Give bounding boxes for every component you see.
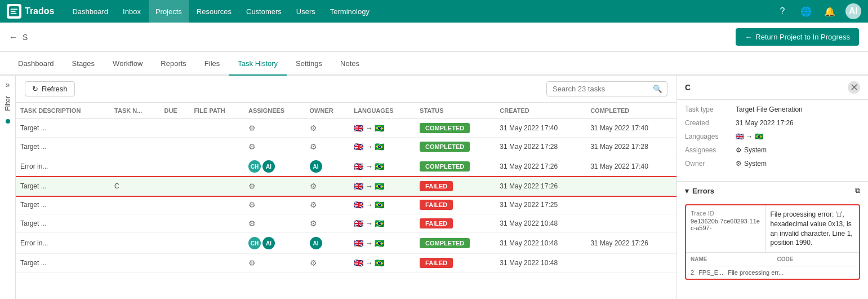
cell-assignees: ⚙ [244,214,305,233]
status-badge: COMPLETED [420,161,470,172]
error-row2-name: FPS_E... [698,269,723,276]
owner-gear[interactable]: ⚙ [310,182,317,191]
owner-gear[interactable]: ⚙ [310,200,317,209]
flag-pair: 🇬🇧→🇧🇷 [354,142,411,151]
tab-stages[interactable]: Stages [63,52,104,76]
cell-completed [586,214,676,233]
table-row[interactable]: Target ...⚙⚙🇬🇧→🇧🇷FAILED31 May 2022 17:25 [16,196,676,214]
assignee-gear[interactable]: ⚙ [248,142,256,151]
cell-due [159,156,189,177]
search-input[interactable] [547,82,648,96]
cell-task-n [110,156,159,177]
cell-created: 31 May 2022 17:26 [495,156,586,177]
cell-task-n [110,138,159,156]
search-button[interactable]: 🔍 [648,82,667,96]
created-value: 31 May 2022 17:26 [736,119,794,127]
collapse-icon[interactable]: » [6,80,10,89]
cell-due [159,233,189,254]
cell-completed [586,177,676,196]
assignee-gear[interactable]: ⚙ [248,219,256,228]
cell-status: FAILED [415,177,495,196]
tab-dashboard[interactable]: Dashboard [9,52,63,76]
filter-label[interactable]: Filter [2,91,14,116]
return-project-button[interactable]: ← Return Project to In Progress [736,28,859,46]
nav-icons: ? 🌐 🔔 AI [774,3,861,19]
nav-dashboard[interactable]: Dashboard [65,0,115,23]
table-row[interactable]: Error in...CHAIAI🇬🇧→🇧🇷COMPLETED31 May 20… [16,156,676,177]
help-icon[interactable]: ? [774,3,790,19]
owner-label: Owner [685,160,736,168]
owner-gear[interactable]: ⚙ [310,142,317,151]
tab-workflow[interactable]: Workflow [104,52,152,76]
cell-due [159,254,189,272]
copy-errors-icon[interactable]: ⧉ [855,186,860,195]
cell-file-path [190,138,244,156]
nav-inbox[interactable]: Inbox [116,0,148,23]
assignee-ch: CH [248,160,261,173]
table-row[interactable]: Target ...C⚙⚙🇬🇧→🇧🇷FAILED31 May 2022 17:2… [16,177,676,196]
breadcrumb: ← S [9,32,28,42]
table-row[interactable]: Target ...⚙⚙🇬🇧→🇧🇷COMPLETED31 May 2022 17… [16,119,676,138]
col-assignees: ASSIGNEES [244,103,305,119]
owner-gear[interactable]: ⚙ [310,219,317,228]
table-row[interactable]: Target ...⚙⚙🇬🇧→🇧🇷COMPLETED31 May 2022 17… [16,138,676,156]
cell-due [159,214,189,233]
tab-notes[interactable]: Notes [331,52,368,76]
refresh-button[interactable]: ↻ Refresh [25,81,75,96]
nav-terminology[interactable]: Terminology [323,0,376,23]
assignees-label: Assignees [685,146,736,154]
flag-pair: 🇬🇧→🇧🇷 [354,162,411,171]
cell-task-desc: Target ... [16,214,110,233]
bell-icon[interactable]: 🔔 [822,3,838,19]
col-due: DUE [159,103,189,119]
cell-owner: ⚙ [305,119,350,138]
table-row[interactable]: Error in...CHAIAI🇬🇧→🇧🇷COMPLETED31 May 20… [16,233,676,254]
cell-owner: AI [305,156,350,177]
table-row[interactable]: Target ...⚙⚙🇬🇧→🇧🇷FAILED31 May 2022 10:48 [16,254,676,272]
cell-completed [586,196,676,214]
cell-languages: 🇬🇧→🇧🇷 [349,196,415,214]
assignee-ai: AI [262,160,275,173]
globe-icon[interactable]: 🌐 [798,3,814,19]
assignee-gear[interactable]: ⚙ [248,182,256,191]
cell-status: COMPLETED [415,138,495,156]
cell-assignees: ⚙ [244,196,305,214]
cell-assignees: ⚙ [244,119,305,138]
assignee-gear[interactable]: ⚙ [248,200,256,209]
nav-resources[interactable]: Resources [190,0,238,23]
owner-gear[interactable]: ⚙ [310,124,317,133]
detail-panel: C ✕ Task type Target File Generation Cre… [676,76,868,299]
errors-section: ▾ Errors ⧉ Trace ID 9e13620b-7ce60293-11… [677,181,868,284]
languages-value: 🇬🇧 → 🇧🇷 [736,133,763,140]
logo: Trados [7,4,54,19]
cell-task-desc: Target ... [16,138,110,156]
cell-owner: AI [305,233,350,254]
cell-file-path [190,254,244,272]
detail-title: C [685,83,691,92]
nav-customers[interactable]: Customers [239,0,288,23]
close-detail-button[interactable]: ✕ [848,81,860,94]
task-table: TASK DESCRIPTION TASK N... DUE FILE PATH… [16,103,676,299]
table-row[interactable]: Target ...⚙⚙🇬🇧→🇧🇷FAILED31 May 2022 10:48 [16,214,676,233]
col-status: STATUS [415,103,495,119]
error-row2: 2 FPS_E... File processing err... [686,266,859,279]
nav-projects[interactable]: Projects [149,0,189,23]
tab-files[interactable]: Files [195,52,229,76]
owner-ai-badge: AI [310,237,322,249]
cell-owner: ⚙ [305,196,350,214]
tab-settings[interactable]: Settings [287,52,331,76]
cell-file-path [190,177,244,196]
nav-users[interactable]: Users [290,0,322,23]
tab-task-history[interactable]: Task History [229,52,287,76]
owner-gear[interactable]: ⚙ [310,258,317,267]
status-badge: FAILED [420,218,453,228]
col-owner: OWNER [305,103,350,119]
errors-header[interactable]: ▾ Errors ⧉ [677,182,868,200]
detail-languages-row: Languages 🇬🇧 → 🇧🇷 [685,133,860,140]
assignee-gear[interactable]: ⚙ [248,258,256,267]
assignee-gear[interactable]: ⚙ [248,124,256,133]
user-avatar[interactable]: AI [845,3,861,19]
tab-reports[interactable]: Reports [152,52,195,76]
back-arrow[interactable]: ← [9,32,18,42]
error-name-label: NAME [691,256,768,262]
